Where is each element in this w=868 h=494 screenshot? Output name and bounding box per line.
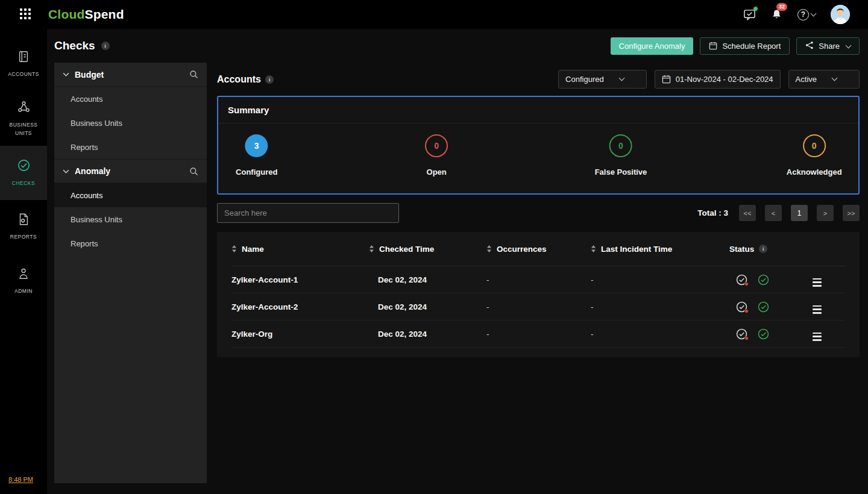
sidebar-item-admin[interactable]: ADMIN (0, 254, 47, 308)
user-avatar[interactable] (831, 5, 850, 24)
pagination-page-1-button[interactable]: 1 (791, 205, 808, 221)
table-header-row: Name Checked Time Occurrences Last (231, 232, 845, 266)
topbar: CloudSpend 32 (0, 0, 868, 29)
pagination-prev-button[interactable]: < (765, 205, 782, 221)
menu-item-budget-reports[interactable]: Reports (54, 135, 207, 159)
stat-false-positive[interactable]: 0 False Positive (595, 134, 647, 177)
stat-acknowledged-value: 0 (803, 134, 826, 157)
column-label: Checked Time (379, 245, 434, 254)
status-notification-check-icon (736, 301, 747, 313)
pagination-next-button[interactable]: > (817, 205, 834, 221)
section-label: Anomaly (75, 166, 110, 176)
logo-cloud: Cloud (48, 7, 84, 21)
occurrences: - (486, 302, 489, 311)
menu-item-anomaly-business-units[interactable]: Business Units (54, 207, 207, 231)
last-incident-time: - (591, 302, 594, 311)
main-panel: Accounts Configured (217, 63, 860, 357)
row-menu-icon[interactable] (813, 278, 822, 287)
column-header-last-incident-time[interactable]: Last Incident Time (591, 245, 729, 254)
stat-open[interactable]: 0 Open (425, 134, 448, 177)
chevron-down-icon (846, 42, 852, 48)
reports-icon (17, 213, 30, 228)
sort-icon (231, 245, 237, 253)
topbar-right: 32 (743, 5, 850, 24)
menu-item-anomaly-accounts[interactable]: Accounts (54, 183, 207, 207)
stat-configured[interactable]: 3 Configured (236, 134, 277, 177)
app-switcher-icon[interactable] (20, 8, 32, 20)
sidebar-item-reports[interactable]: REPORTS (0, 200, 47, 254)
budget-section-header[interactable]: Budget (54, 63, 207, 87)
help-icon (797, 9, 809, 20)
pagination-first-button[interactable]: << (739, 205, 756, 221)
anomaly-section-header[interactable]: Anomaly (54, 159, 207, 183)
occurrences: - (486, 275, 489, 284)
row-menu-icon[interactable] (813, 333, 822, 341)
last-incident-time: - (591, 275, 594, 284)
status-cell (729, 328, 802, 340)
sidebar-item-business-units[interactable]: BUSINESS UNITS (0, 92, 47, 146)
stat-open-label: Open (427, 167, 447, 177)
notifications-bell-icon[interactable]: 32 (771, 8, 782, 20)
state-filter-value: Active (796, 75, 817, 84)
column-header-occurrences[interactable]: Occurrences (486, 245, 591, 254)
feedback-icon[interactable] (743, 8, 756, 21)
column-label: Last Incident Time (601, 245, 672, 254)
pagination: Total : 3 << < 1 > >> (697, 205, 860, 221)
sidebar-label: REPORTS (10, 233, 37, 241)
column-header-name[interactable]: Name (231, 245, 369, 254)
session-time-link[interactable]: 8:48 PM (8, 476, 33, 483)
accounts-title: Accounts (217, 74, 261, 85)
status-cell (729, 301, 802, 313)
sidebar-item-checks[interactable]: CHECKS (0, 146, 47, 200)
info-icon[interactable] (101, 42, 110, 50)
page-header: Checks Configure Anomaly Schedule Report (54, 29, 860, 63)
menu-item-budget-accounts[interactable]: Accounts (54, 87, 207, 111)
summary-card: Summary 3 Configured 0 Open 0 False Posi (217, 96, 860, 195)
stat-configured-label: Configured (236, 167, 277, 177)
info-icon[interactable] (265, 75, 274, 84)
occurrences: - (486, 330, 489, 339)
chevron-down-icon (811, 10, 817, 16)
account-name: Zylker-Account-2 (231, 302, 369, 311)
schedule-report-button[interactable]: Schedule Report (700, 37, 790, 55)
header-actions: Configure Anomaly Schedule Report (611, 37, 860, 55)
row-menu-icon[interactable] (813, 305, 822, 314)
configure-anomaly-button[interactable]: Configure Anomaly (611, 37, 694, 55)
business-units-icon (17, 100, 31, 116)
info-icon[interactable] (759, 245, 767, 253)
alert-dot (744, 282, 749, 286)
column-label: Name (242, 245, 264, 254)
search-icon[interactable] (189, 167, 198, 176)
status-active-check-icon (758, 301, 769, 313)
sidebar-label: CHECKS (12, 180, 35, 187)
sidebar-label: ADMIN (14, 287, 33, 295)
checks-icon (17, 158, 31, 175)
table-row[interactable]: Zylker-Org Dec 02, 2024 - - (231, 320, 845, 348)
account-name: Zylker-Org (231, 330, 369, 339)
sidebar-item-accounts[interactable]: ACCOUNTS (0, 37, 47, 92)
search-input[interactable] (217, 203, 399, 223)
stat-false-positive-label: False Positive (595, 167, 647, 177)
table-row[interactable]: Zylker-Account-2 Dec 02, 2024 - - (231, 293, 845, 320)
accounts-icon (17, 50, 30, 66)
sidebar-label: ACCOUNTS (8, 70, 39, 78)
search-icon[interactable] (189, 70, 198, 79)
stat-open-value: 0 (425, 134, 448, 157)
logo-spend: Spend (84, 7, 124, 21)
view-filter-dropdown[interactable]: Configured (558, 70, 647, 89)
admin-icon (17, 267, 30, 283)
column-header-checked-time[interactable]: Checked Time (369, 245, 486, 254)
section-label: Budget (75, 70, 104, 80)
online-dot (753, 7, 758, 11)
menu-item-anomaly-reports[interactable]: Reports (54, 231, 207, 255)
help-menu[interactable] (797, 9, 816, 20)
date-range-picker[interactable]: 01-Nov-2024 - 02-Dec-2024 (655, 70, 781, 89)
menu-item-budget-business-units[interactable]: Business Units (54, 111, 207, 135)
stat-acknowledged[interactable]: 0 Acknowledged (787, 134, 842, 177)
stat-false-positive-value: 0 (609, 134, 632, 157)
pagination-last-button[interactable]: >> (843, 205, 860, 221)
table-row[interactable]: Zylker-Account-1 Dec 02, 2024 - - (231, 266, 845, 293)
share-button[interactable]: Share (796, 37, 860, 55)
content-area: Checks Configure Anomaly Schedule Report (47, 29, 868, 494)
state-filter-dropdown[interactable]: Active (788, 70, 860, 89)
